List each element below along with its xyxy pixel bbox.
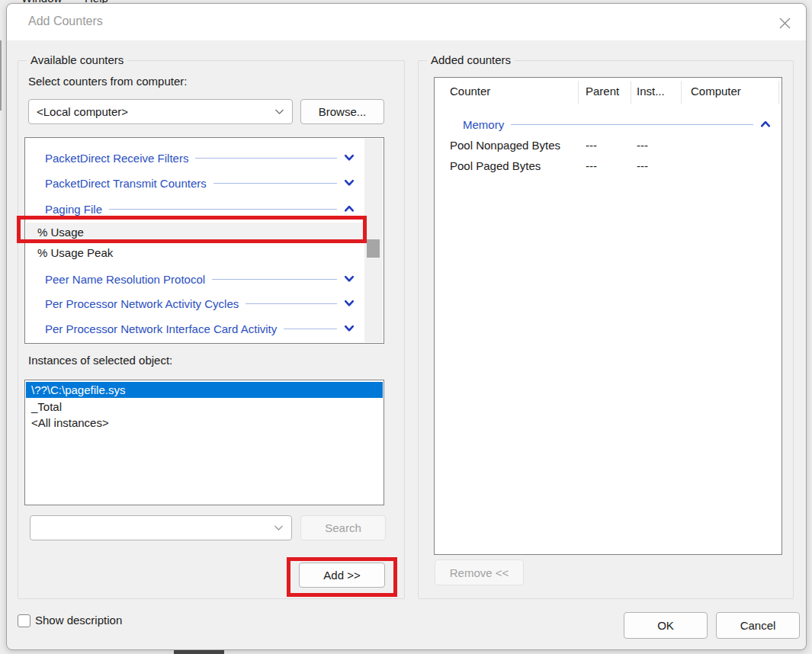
column-header-computer[interactable]: Computer	[691, 85, 741, 98]
instance-item-all-instances[interactable]: <All instances>	[26, 415, 383, 431]
search-input[interactable]	[30, 515, 292, 540]
added-row-pool-nonpaged-bytes[interactable]: Pool Nonpaged Bytes --- ---	[435, 136, 782, 156]
show-description-label[interactable]: Show description	[35, 614, 122, 627]
added-counters-table: Counter Parent Inst... Computer Memory P…	[434, 77, 782, 555]
counter-group-per-processor-network-interface-card-activity[interactable]: Per Processor Network Interface Card Act…	[45, 316, 355, 341]
chevron-down-icon[interactable]	[344, 153, 355, 162]
add-counters-dialog: Add Counters Available counters Select c…	[6, 3, 807, 650]
instance-item-total[interactable]: _Total	[26, 399, 383, 415]
counter-group-packetdirect-transmit-counters[interactable]: PacketDirect Transmit Counters	[45, 171, 355, 195]
instance-item-pagefile[interactable]: \??\C:\pagefile.sys	[26, 382, 383, 398]
column-header-instance[interactable]: Inst...	[637, 85, 665, 98]
counter-group-peer-name-resolution-protocol[interactable]: Peer Name Resolution Protocol	[45, 267, 355, 291]
computer-dropdown[interactable]: <Local computer>	[28, 99, 293, 124]
chevron-down-icon[interactable]	[344, 299, 355, 308]
close-icon[interactable]	[775, 14, 794, 32]
counters-scrollbar-thumb[interactable]	[367, 239, 380, 258]
added-row-pool-paged-bytes[interactable]: Pool Paged Bytes --- ---	[435, 157, 782, 177]
instances-list: \??\C:\pagefile.sys _Total <All instance…	[24, 380, 384, 505]
counters-scrollbar-track[interactable]	[364, 139, 383, 342]
dialog-titlebar: Add Counters	[7, 4, 806, 40]
remove-button[interactable]: Remove <<	[435, 559, 524, 585]
chevron-down-icon[interactable]	[344, 274, 355, 284]
computer-dropdown-value: <Local computer>	[37, 105, 128, 118]
counter-item-usage[interactable]: % Usage	[26, 223, 366, 241]
background-window-edge	[0, 40, 2, 111]
chevron-down-icon	[274, 108, 284, 115]
counter-group-paging-file[interactable]: Paging File	[45, 197, 355, 221]
search-button[interactable]: Search	[300, 515, 386, 540]
column-header-parent[interactable]: Parent	[586, 85, 619, 98]
available-counters-group-label: Available counters	[27, 53, 127, 66]
added-counters-group-label: Added counters	[427, 53, 515, 66]
counter-group-per-processor-network-activity-cycles[interactable]: Per Processor Network Activity Cycles	[45, 291, 355, 316]
browse-button[interactable]: Browse...	[300, 99, 384, 124]
instances-label: Instances of selected object:	[28, 354, 172, 367]
show-description-checkbox[interactable]	[18, 614, 30, 627]
screen: Window Help Add Counters Available count…	[0, 0, 812, 654]
chevron-up-icon[interactable]	[760, 120, 771, 129]
available-counters-list: PacketDirect Receive Filters PacketDirec…	[24, 137, 384, 344]
ok-button[interactable]: OK	[624, 612, 708, 639]
added-group-memory[interactable]: Memory	[463, 113, 771, 136]
cancel-button[interactable]: Cancel	[716, 612, 800, 639]
select-counters-label: Select counters from computer:	[28, 75, 187, 88]
add-button[interactable]: Add >>	[299, 563, 385, 588]
chevron-up-icon[interactable]	[344, 204, 355, 213]
counter-group-packetdirect-receive-filters[interactable]: PacketDirect Receive Filters	[45, 146, 355, 170]
column-header-counter[interactable]: Counter	[450, 85, 490, 98]
chevron-down-icon[interactable]	[344, 178, 355, 188]
background-window-bottom	[174, 650, 224, 654]
dialog-title: Add Counters	[28, 14, 103, 28]
chevron-down-icon[interactable]	[344, 324, 355, 333]
chevron-down-icon	[274, 524, 284, 531]
counter-item-usage-peak[interactable]: % Usage Peak	[26, 243, 366, 261]
